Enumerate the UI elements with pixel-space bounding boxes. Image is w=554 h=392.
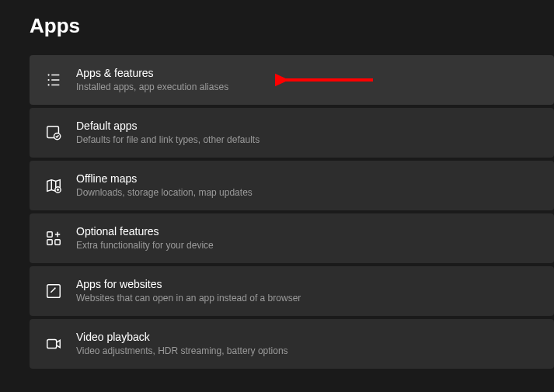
svg-point-0 xyxy=(47,74,49,75)
annotation-arrow xyxy=(275,69,376,91)
settings-item-subtitle: Installed apps, app execution aliases xyxy=(76,82,228,93)
page-title: Apps xyxy=(0,0,554,55)
settings-item-subtitle: Extra functionality for your device xyxy=(76,240,214,252)
default-apps-icon xyxy=(45,124,62,141)
settings-item-apps-for-websites[interactable]: Apps for websites Websites that can open… xyxy=(30,266,554,316)
settings-item-title: Offline maps xyxy=(76,172,253,186)
svg-rect-14 xyxy=(55,240,60,245)
settings-item-list: Apps & features Installed apps, app exec… xyxy=(0,55,554,369)
svg-rect-13 xyxy=(47,240,52,245)
settings-item-text: Optional features Extra functionality fo… xyxy=(76,225,214,252)
settings-item-default-apps[interactable]: Default apps Defaults for file and link … xyxy=(30,108,554,158)
settings-item-video-playback[interactable]: Video playback Video adjustments, HDR st… xyxy=(30,319,554,369)
settings-item-offline-maps[interactable]: Offline maps Downloads, storage location… xyxy=(30,161,554,210)
svg-rect-12 xyxy=(47,232,52,237)
settings-item-text: Video playback Video adjustments, HDR st… xyxy=(76,331,288,358)
settings-item-optional-features[interactable]: Optional features Extra functionality fo… xyxy=(30,213,554,263)
settings-item-text: Apps & features Installed apps, app exec… xyxy=(76,67,228,94)
svg-rect-18 xyxy=(47,340,57,349)
apps-features-icon xyxy=(45,71,62,88)
video-playback-icon xyxy=(45,335,62,352)
svg-point-4 xyxy=(47,84,49,85)
optional-features-icon xyxy=(45,230,62,247)
settings-item-apps-features[interactable]: Apps & features Installed apps, app exec… xyxy=(30,55,554,105)
settings-item-title: Video playback xyxy=(76,331,288,345)
settings-item-text: Default apps Defaults for file and link … xyxy=(76,120,260,147)
svg-rect-17 xyxy=(47,285,61,298)
settings-item-title: Apps & features xyxy=(76,67,228,81)
apps-for-websites-icon xyxy=(45,283,62,300)
settings-item-text: Offline maps Downloads, storage location… xyxy=(76,172,253,199)
settings-item-title: Optional features xyxy=(76,225,214,239)
settings-item-title: Default apps xyxy=(76,120,260,134)
settings-item-subtitle: Video adjustments, HDR streaming, batter… xyxy=(76,345,288,357)
settings-item-subtitle: Defaults for file and link types, other … xyxy=(76,134,260,146)
settings-item-text: Apps for websites Websites that can open… xyxy=(76,278,301,305)
offline-maps-icon xyxy=(45,177,62,194)
svg-point-2 xyxy=(47,79,49,81)
settings-item-subtitle: Websites that can open in an app instead… xyxy=(76,293,301,304)
settings-item-title: Apps for websites xyxy=(76,278,301,292)
settings-item-subtitle: Downloads, storage location, map updates xyxy=(76,187,253,199)
